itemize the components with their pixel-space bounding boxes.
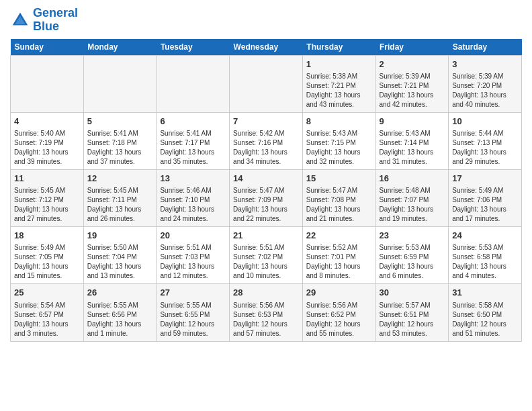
day-info: Sunrise: 5:49 AM Sunset: 7:05 PM Dayligh…: [14, 243, 80, 281]
day-number: 5: [87, 116, 153, 128]
day-number: 31: [452, 287, 518, 299]
day-header-friday: Friday: [375, 39, 449, 56]
day-info: Sunrise: 5:53 AM Sunset: 6:59 PM Dayligh…: [380, 243, 445, 281]
logo-icon: [10, 10, 30, 30]
calendar-cell: 13Sunrise: 5:46 AM Sunset: 7:10 PM Dayli…: [157, 169, 230, 226]
day-header-wednesday: Wednesday: [230, 39, 303, 56]
calendar-week-3: 11Sunrise: 5:45 AM Sunset: 7:12 PM Dayli…: [11, 169, 522, 226]
day-info: Sunrise: 5:45 AM Sunset: 7:12 PM Dayligh…: [14, 186, 80, 224]
day-info: Sunrise: 5:43 AM Sunset: 7:14 PM Dayligh…: [380, 129, 445, 167]
page-header: General Blue: [10, 7, 522, 34]
day-info: Sunrise: 5:50 AM Sunset: 7:04 PM Dayligh…: [87, 243, 153, 281]
day-number: 24: [452, 230, 518, 242]
day-number: 7: [233, 116, 299, 128]
calendar-cell: 17Sunrise: 5:49 AM Sunset: 7:06 PM Dayli…: [449, 169, 522, 226]
calendar-cell: 12Sunrise: 5:45 AM Sunset: 7:11 PM Dayli…: [83, 169, 157, 226]
day-number: 20: [160, 230, 226, 242]
calendar-cell: 29Sunrise: 5:56 AM Sunset: 6:52 PM Dayli…: [302, 284, 375, 341]
calendar-cell: 4Sunrise: 5:40 AM Sunset: 7:19 PM Daylig…: [11, 112, 84, 169]
day-number: 1: [306, 58, 372, 71]
day-info: Sunrise: 5:57 AM Sunset: 6:51 PM Dayligh…: [380, 301, 445, 338]
calendar-cell: 26Sunrise: 5:55 AM Sunset: 6:56 PM Dayli…: [83, 284, 157, 341]
calendar-cell: 6Sunrise: 5:41 AM Sunset: 7:17 PM Daylig…: [157, 112, 230, 169]
day-number: 15: [306, 173, 372, 185]
calendar-cell: 28Sunrise: 5:56 AM Sunset: 6:53 PM Dayli…: [230, 284, 303, 341]
calendar-cell: 25Sunrise: 5:54 AM Sunset: 6:57 PM Dayli…: [11, 284, 84, 341]
day-number: 14: [233, 173, 299, 185]
day-number: 21: [233, 230, 299, 242]
day-info: Sunrise: 5:43 AM Sunset: 7:15 PM Dayligh…: [306, 129, 372, 167]
calendar-week-2: 4Sunrise: 5:40 AM Sunset: 7:19 PM Daylig…: [11, 112, 522, 169]
calendar-cell: 5Sunrise: 5:41 AM Sunset: 7:18 PM Daylig…: [83, 112, 157, 169]
calendar-cell: 9Sunrise: 5:43 AM Sunset: 7:14 PM Daylig…: [375, 112, 449, 169]
calendar-header: SundayMondayTuesdayWednesdayThursdayFrid…: [11, 39, 522, 56]
day-number: 9: [380, 116, 445, 128]
day-number: 8: [306, 116, 372, 128]
day-info: Sunrise: 5:40 AM Sunset: 7:19 PM Dayligh…: [14, 129, 80, 167]
calendar-cell: 10Sunrise: 5:44 AM Sunset: 7:13 PM Dayli…: [449, 112, 522, 169]
calendar-week-4: 18Sunrise: 5:49 AM Sunset: 7:05 PM Dayli…: [11, 227, 522, 284]
day-number: 10: [452, 116, 518, 128]
day-info: Sunrise: 5:51 AM Sunset: 7:02 PM Dayligh…: [233, 243, 299, 281]
calendar-cell: 19Sunrise: 5:50 AM Sunset: 7:04 PM Dayli…: [83, 227, 157, 284]
calendar-cell: 15Sunrise: 5:47 AM Sunset: 7:08 PM Dayli…: [302, 169, 375, 226]
calendar-cell: 11Sunrise: 5:45 AM Sunset: 7:12 PM Dayli…: [11, 169, 84, 226]
calendar-cell: [230, 55, 303, 112]
day-header-monday: Monday: [83, 39, 157, 56]
day-info: Sunrise: 5:41 AM Sunset: 7:17 PM Dayligh…: [160, 129, 226, 167]
day-info: Sunrise: 5:51 AM Sunset: 7:03 PM Dayligh…: [160, 243, 226, 281]
day-number: 27: [160, 287, 226, 299]
day-info: Sunrise: 5:39 AM Sunset: 7:20 PM Dayligh…: [452, 72, 518, 109]
day-info: Sunrise: 5:44 AM Sunset: 7:13 PM Dayligh…: [452, 129, 518, 167]
calendar-cell: 30Sunrise: 5:57 AM Sunset: 6:51 PM Dayli…: [375, 284, 449, 341]
day-info: Sunrise: 5:47 AM Sunset: 7:08 PM Dayligh…: [306, 186, 372, 224]
calendar-cell: 16Sunrise: 5:48 AM Sunset: 7:07 PM Dayli…: [375, 169, 449, 226]
day-number: 28: [233, 287, 299, 299]
day-header-saturday: Saturday: [449, 39, 522, 56]
day-number: 25: [14, 287, 80, 299]
day-number: 13: [160, 173, 226, 185]
calendar-cell: 1Sunrise: 5:38 AM Sunset: 7:21 PM Daylig…: [302, 55, 375, 112]
day-number: 22: [306, 230, 372, 242]
calendar-cell: 31Sunrise: 5:58 AM Sunset: 6:50 PM Dayli…: [449, 284, 522, 341]
day-info: Sunrise: 5:56 AM Sunset: 6:52 PM Dayligh…: [306, 301, 372, 338]
day-number: 26: [87, 287, 153, 299]
day-info: Sunrise: 5:38 AM Sunset: 7:21 PM Dayligh…: [306, 72, 372, 109]
day-number: 6: [160, 116, 226, 128]
logo: General Blue: [10, 7, 78, 34]
calendar-cell: 7Sunrise: 5:42 AM Sunset: 7:16 PM Daylig…: [230, 112, 303, 169]
day-info: Sunrise: 5:45 AM Sunset: 7:11 PM Dayligh…: [87, 186, 153, 224]
day-info: Sunrise: 5:46 AM Sunset: 7:10 PM Dayligh…: [160, 186, 226, 224]
day-header-tuesday: Tuesday: [157, 39, 230, 56]
day-number: 3: [452, 58, 518, 71]
day-info: Sunrise: 5:48 AM Sunset: 7:07 PM Dayligh…: [380, 186, 445, 224]
calendar-cell: [83, 55, 157, 112]
day-number: 11: [14, 173, 80, 185]
day-number: 30: [380, 287, 445, 299]
calendar-cell: 18Sunrise: 5:49 AM Sunset: 7:05 PM Dayli…: [11, 227, 84, 284]
day-number: 12: [87, 173, 153, 185]
day-header-thursday: Thursday: [302, 39, 375, 56]
day-info: Sunrise: 5:42 AM Sunset: 7:16 PM Dayligh…: [233, 129, 299, 167]
day-number: 19: [87, 230, 153, 242]
day-header-sunday: Sunday: [11, 39, 84, 56]
calendar-cell: 14Sunrise: 5:47 AM Sunset: 7:09 PM Dayli…: [230, 169, 303, 226]
day-number: 2: [380, 58, 445, 71]
calendar-cell: 3Sunrise: 5:39 AM Sunset: 7:20 PM Daylig…: [449, 55, 522, 112]
day-info: Sunrise: 5:58 AM Sunset: 6:50 PM Dayligh…: [452, 301, 518, 338]
day-number: 16: [380, 173, 445, 185]
calendar-week-1: 1Sunrise: 5:38 AM Sunset: 7:21 PM Daylig…: [11, 55, 522, 112]
day-info: Sunrise: 5:47 AM Sunset: 7:09 PM Dayligh…: [233, 186, 299, 224]
calendar-table: SundayMondayTuesdayWednesdayThursdayFrid…: [10, 39, 522, 342]
calendar-cell: 2Sunrise: 5:39 AM Sunset: 7:21 PM Daylig…: [375, 55, 449, 112]
calendar-body: 1Sunrise: 5:38 AM Sunset: 7:21 PM Daylig…: [11, 55, 522, 341]
day-info: Sunrise: 5:41 AM Sunset: 7:18 PM Dayligh…: [87, 129, 153, 167]
calendar-cell: 20Sunrise: 5:51 AM Sunset: 7:03 PM Dayli…: [157, 227, 230, 284]
day-info: Sunrise: 5:54 AM Sunset: 6:57 PM Dayligh…: [14, 301, 80, 338]
calendar-cell: 23Sunrise: 5:53 AM Sunset: 6:59 PM Dayli…: [375, 227, 449, 284]
day-info: Sunrise: 5:53 AM Sunset: 6:58 PM Dayligh…: [452, 243, 518, 281]
day-number: 18: [14, 230, 80, 242]
calendar-cell: 8Sunrise: 5:43 AM Sunset: 7:15 PM Daylig…: [302, 112, 375, 169]
calendar-cell: [157, 55, 230, 112]
calendar-cell: 24Sunrise: 5:53 AM Sunset: 6:58 PM Dayli…: [449, 227, 522, 284]
